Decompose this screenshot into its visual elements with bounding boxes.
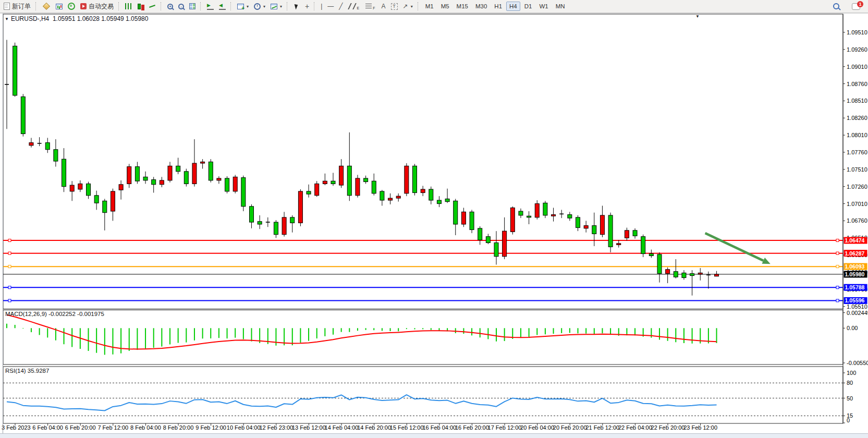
timeframe-m5[interactable]: M5 [438,2,453,11]
chevron-down-icon: ▾ [280,4,282,9]
svg-text:16 Feb 20:00: 16 Feb 20:00 [455,424,489,431]
svg-text:22 Feb 04:00: 22 Feb 04:00 [618,424,652,431]
svg-text:8 Feb 04:00: 8 Feb 04:00 [130,424,161,431]
zoom-out-icon: - [178,4,184,9]
crosshair-button[interactable]: + [302,2,312,11]
chart-shift-marker[interactable]: ▼ [695,14,700,19]
svg-text:1.07260: 1.07260 [847,184,867,190]
fibonacci-icon [365,4,372,9]
text-label-button[interactable]: T [388,2,400,11]
svg-text:50: 50 [847,395,853,402]
main-toolbar: 新订单 自动交易 + - ▶ ◀ ▾ ▾ ▾ + | — ╱ E F A T ↗… [0,0,868,13]
zoom-in-button[interactable]: + [165,2,176,11]
notifications-button[interactable]: 1 [849,2,863,11]
fibonacci-button[interactable]: F [363,2,378,11]
svg-text:9 Feb 12:00: 9 Feb 12:00 [195,424,226,431]
svg-text:1.07760: 1.07760 [847,149,867,155]
equidistant-channel-icon [348,3,357,9]
trendline-icon: ╱ [339,3,343,10]
autotrade-icon [80,3,87,9]
search-icon [833,3,839,9]
svg-text:14 Feb 04:00: 14 Feb 04:00 [325,424,359,431]
toolbar-separator [161,2,163,10]
cursor-button[interactable] [291,2,302,11]
profiles-button[interactable]: ▾ [251,2,268,11]
new-chart-button[interactable]: ▾ [235,2,251,11]
channel-button[interactable]: E [346,2,363,11]
timeframe-h4[interactable]: H4 [506,2,520,11]
timeframe-m30[interactable]: M30 [472,2,490,11]
vertical-line-button[interactable]: | [318,2,325,11]
vertical-line-icon: | [321,3,322,10]
timeframe-h1[interactable]: H1 [491,2,505,11]
new-order-icon [4,3,10,10]
svg-text:0.002449: 0.002449 [847,310,868,316]
svg-text:1.06287: 1.06287 [845,250,865,257]
market-watch-button[interactable] [53,2,65,11]
new-order-button[interactable]: 新订单 [1,2,33,11]
svg-text:1.07510: 1.07510 [847,166,867,173]
signal-icon [68,3,75,10]
metaeditor-button[interactable] [40,2,53,11]
svg-text:1.09260: 1.09260 [847,46,867,53]
auto-trading-button[interactable]: 自动交易 [78,2,116,11]
toolbar-separator [200,2,202,10]
auto-scroll-button[interactable]: ▶ [204,2,216,11]
svg-text:22 Feb 20:00: 22 Feb 20:00 [651,424,685,431]
candlestick-chart-button[interactable] [135,2,146,11]
horizontal-line-button[interactable]: — [325,2,336,11]
new-chart-icon [237,4,244,9]
svg-text:1.07010: 1.07010 [847,201,867,207]
cursor-icon [295,3,299,9]
search-button[interactable] [830,2,842,11]
svg-text:1.08760: 1.08760 [847,81,867,87]
svg-text:-0.005504: -0.005504 [847,360,868,366]
arrows-icon: ↗ [403,3,408,10]
toolbar-separator [35,2,38,10]
svg-text:1.05596: 1.05596 [845,297,865,303]
notification-badge: 1 [857,1,863,7]
arrows-button[interactable]: ↗▾ [400,2,415,11]
candlestick-chart-icon [138,4,141,9]
svg-text:23 Feb 12:00: 23 Feb 12:00 [683,424,717,431]
text-button[interactable]: A [379,2,388,11]
toolbar-separator [287,2,289,10]
svg-text:13 Feb 12:00: 13 Feb 12:00 [292,424,326,431]
timeframe-mn[interactable]: MN [553,2,568,11]
crosshair-icon: + [305,2,309,10]
tile-windows-button[interactable] [187,2,198,11]
svg-text:6 Feb 20:00: 6 Feb 20:00 [65,424,96,431]
svg-text:12 Feb 23:00: 12 Feb 23:00 [259,424,293,431]
toolbar-separator [118,2,120,10]
window-top-edge [0,13,868,14]
chart-canvas[interactable]: 1.095101.092601.090101.087601.085101.082… [0,0,868,438]
svg-text:10 Feb 04:00: 10 Feb 04:00 [227,424,261,431]
svg-text:1.09010: 1.09010 [847,64,867,70]
clock-icon [254,3,261,10]
timeframe-w1[interactable]: W1 [536,2,551,11]
line-chart-button[interactable] [146,2,158,11]
svg-text:1.08260: 1.08260 [847,115,867,121]
zoom-in-icon: + [167,4,173,9]
window-left-edge [3,14,3,433]
timeframe-m15[interactable]: M15 [454,2,471,11]
svg-text:100: 100 [847,370,856,376]
trendline-button[interactable]: ╱ [336,2,345,11]
svg-text:16 Feb 04:00: 16 Feb 04:00 [422,424,456,431]
chat-bubble-icon: 1 [852,3,860,10]
chevron-down-icon: ▾ [247,4,249,9]
signals-button[interactable] [65,2,78,11]
svg-text:21 Feb 12:00: 21 Feb 12:00 [585,424,619,431]
chevron-down-icon: ▾ [411,4,413,9]
bars-chart-button[interactable] [123,2,135,11]
toolbar-separator [418,2,420,10]
svg-text:1.06760: 1.06760 [847,217,867,224]
chevron-down-icon: ▾ [263,4,265,9]
chart-shift-button[interactable]: ◀ [216,2,228,11]
timeframe-d1[interactable]: D1 [521,2,535,11]
indicators-button[interactable]: ▾ [268,2,285,11]
svg-text:1.08010: 1.08010 [847,132,867,138]
zoom-out-button[interactable]: - [176,2,187,11]
timeframe-m1[interactable]: M1 [422,2,437,11]
svg-text:8 Feb 20:00: 8 Feb 20:00 [163,424,194,431]
